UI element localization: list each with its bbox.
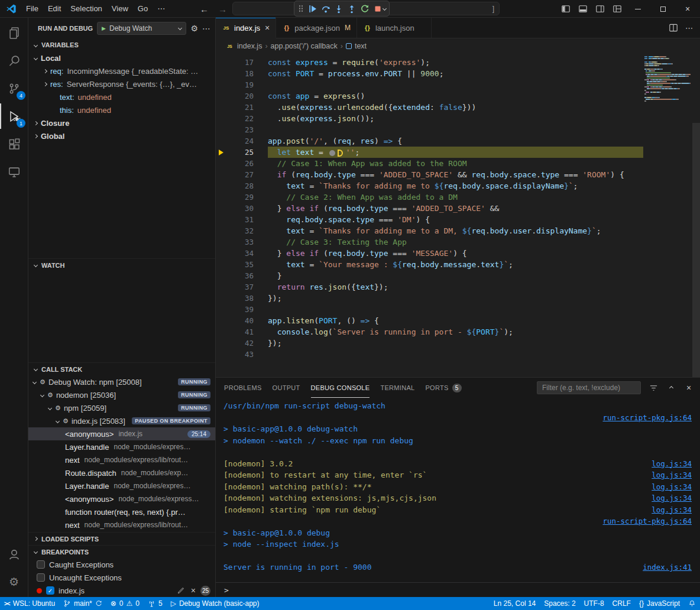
search-icon[interactable] <box>0 47 28 74</box>
gutter[interactable]: 33 <box>216 236 254 248</box>
call-stack-session[interactable]: ⚙npm [25059]RUNNING <box>28 401 215 414</box>
editor-more-icon[interactable]: ⋯ <box>685 24 693 33</box>
close-icon[interactable]: × <box>265 23 270 33</box>
ports-indicator[interactable]: 5 <box>144 597 167 610</box>
console-source-link[interactable]: log.js:34 <box>652 469 692 481</box>
customize-layout-icon[interactable] <box>608 0 626 18</box>
gutter[interactable]: 19 <box>216 79 254 90</box>
extensions-icon[interactable] <box>0 130 28 158</box>
toggle-primary-sidebar-icon[interactable] <box>557 0 574 18</box>
split-editor-icon[interactable] <box>669 23 678 33</box>
debug-gear-icon[interactable]: ⚙ <box>190 24 198 33</box>
editor[interactable]: 17const express = require('express');18c… <box>216 54 700 377</box>
breakpoint-row[interactable]: Uncaught Exceptions <box>28 571 215 584</box>
variable-row[interactable]: req:IncomingMessage {_readableState: … <box>28 64 215 77</box>
variable-row[interactable]: this:undefined <box>28 103 215 116</box>
git-branch[interactable]: main* <box>59 597 106 610</box>
step-over-button[interactable] <box>319 2 332 15</box>
panel-tab-output[interactable]: OUTPUT <box>273 378 300 398</box>
gutter[interactable]: 42 <box>216 338 254 349</box>
stop-button[interactable] <box>371 2 384 15</box>
step-out-button[interactable] <box>345 2 358 15</box>
menu-selection[interactable]: Selection <box>66 3 106 14</box>
continue-button[interactable] <box>306 2 319 15</box>
restart-button[interactable] <box>358 2 371 15</box>
step-into-button[interactable] <box>332 2 345 15</box>
indentation-indicator[interactable]: Spaces: 2 <box>540 597 579 610</box>
remove-breakpoint-icon[interactable]: × <box>191 586 196 595</box>
breakpoint-checkbox[interactable]: ✓ <box>46 586 54 595</box>
breadcrumb-item[interactable]: text <box>346 42 367 50</box>
explorer-icon[interactable] <box>0 19 28 47</box>
encoding-indicator[interactable]: UTF-8 <box>580 597 608 610</box>
console-input[interactable]: > <box>216 582 700 597</box>
gutter[interactable]: 20 <box>216 90 254 102</box>
call-stack-section-header[interactable]: CALL STACK <box>28 362 215 375</box>
watch-section-header[interactable]: WATCH <box>28 258 215 271</box>
gutter[interactable]: 30 <box>216 203 254 214</box>
nav-forward-icon[interactable]: → <box>218 4 227 14</box>
breadcrumb-item[interactable]: app.post('/') callback <box>271 42 338 50</box>
gutter[interactable]: 26 <box>216 158 254 169</box>
debug-status[interactable]: ▷ Debug Watch (basic-app) <box>167 597 264 610</box>
breakpoint-row[interactable]: ✓index.js×25 <box>28 584 215 597</box>
breakpoint-column[interactable] <box>216 150 226 155</box>
gutter[interactable]: 28 <box>216 180 254 192</box>
gutter[interactable]: 41 <box>216 326 254 338</box>
run-and-debug-icon[interactable]: 1 <box>0 102 28 130</box>
gutter[interactable]: 29 <box>216 192 254 203</box>
launch-config-dropdown[interactable]: ▶ Debug Watch <box>97 22 186 35</box>
panel-close-icon[interactable]: × <box>683 382 694 393</box>
console-source-link[interactable]: log.js:34 <box>652 458 692 470</box>
editor-scrollbar[interactable] <box>692 123 700 377</box>
gutter[interactable]: 36 <box>216 270 254 281</box>
gutter[interactable]: 40 <box>216 315 254 326</box>
console-source-link[interactable]: log.js:34 <box>652 504 692 516</box>
maximize-button[interactable] <box>650 0 675 18</box>
toggle-panel-icon[interactable] <box>574 0 591 18</box>
panel-tab-debug-console[interactable]: DEBUG CONSOLE <box>311 378 370 398</box>
edit-breakpoint-icon[interactable] <box>176 585 186 596</box>
remote-explorer-icon[interactable] <box>0 158 28 186</box>
gutter[interactable]: 34 <box>216 248 254 259</box>
cursor-position[interactable]: Ln 25, Col 14 <box>490 597 540 610</box>
gutter[interactable]: 31 <box>216 214 254 225</box>
source-control-icon[interactable]: 4 <box>0 74 28 102</box>
nav-back-icon[interactable]: ← <box>200 4 209 14</box>
variable-row[interactable]: Global <box>28 129 215 142</box>
call-stack-session[interactable]: ⚙Debug Watch: npm [25008]RUNNING <box>28 375 215 388</box>
minimize-button[interactable] <box>626 0 650 18</box>
stack-frame[interactable]: function router(req, res, next) {.pr… <box>28 505 215 518</box>
start-debugging-icon[interactable]: ▶ <box>102 25 106 31</box>
call-stack-session[interactable]: ⚙nodemon [25036]RUNNING <box>28 388 215 401</box>
inline-breakpoint-hint-icon[interactable] <box>329 150 335 156</box>
console-source-link[interactable]: log.js:34 <box>652 492 692 504</box>
notifications-bell[interactable] <box>684 597 700 610</box>
console-filter-input[interactable] <box>537 381 641 394</box>
console-source-link[interactable]: log.js:34 <box>652 481 692 493</box>
menu-view[interactable]: View <box>107 3 133 14</box>
stack-frame[interactable]: Layer.handlenode_modules/expres… <box>28 479 215 492</box>
problems-indicator[interactable]: ⊗ 0 ⚠ 0 <box>106 597 144 610</box>
toggle-secondary-sidebar-icon[interactable] <box>591 0 608 18</box>
eol-indicator[interactable]: CRLF <box>608 597 635 610</box>
gutter[interactable]: 39 <box>216 304 254 315</box>
gutter[interactable]: 21 <box>216 102 254 113</box>
call-stack-session[interactable]: ⚙index.js [25083]PAUSED ON BREAKPOINT <box>28 414 215 427</box>
gutter[interactable]: 25 <box>216 147 254 158</box>
variable-row[interactable]: Local <box>28 51 215 64</box>
panel-maximize-chevron-icon[interactable] <box>666 382 676 393</box>
gutter[interactable]: 38 <box>216 293 254 304</box>
gutter[interactable]: 37 <box>216 281 254 293</box>
stack-frame[interactable]: Layer.handlenode_modules/expres… <box>28 440 215 453</box>
gutter[interactable]: 22 <box>216 113 254 124</box>
breakpoints-section-header[interactable]: BREAKPOINTS <box>28 545 215 558</box>
menu-more[interactable]: ⋯ <box>153 3 170 14</box>
stack-frame[interactable]: <anonymous>index.js25:14 <box>28 427 215 440</box>
breakpoint-checkbox[interactable] <box>37 560 45 569</box>
breakpoint-row[interactable]: Caught Exceptions <box>28 558 215 571</box>
gutter[interactable]: 17 <box>216 57 254 68</box>
variable-row[interactable]: text:undefined <box>28 90 215 103</box>
minimap[interactable] <box>644 56 691 104</box>
tab-launch.json[interactable]: {}launch.json <box>357 18 432 38</box>
